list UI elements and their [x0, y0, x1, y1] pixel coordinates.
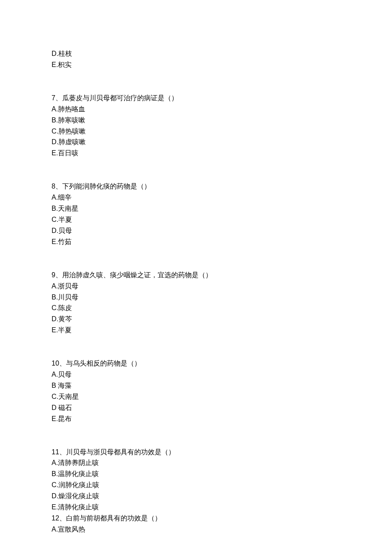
- question-stem: 9、用治肺虚久咳、痰少咽燥之证，宜选的药物是（）: [52, 270, 392, 281]
- option-label: E.: [52, 503, 58, 511]
- option-text: 润肺化痰止咳: [58, 481, 99, 488]
- option-line: A.宣散风热: [52, 524, 392, 535]
- option-line: D.贝母: [52, 225, 392, 236]
- option-line: B.肺寒咳嗽: [52, 115, 392, 126]
- option-line: A.细辛: [52, 192, 392, 203]
- option-text: 天南星: [58, 205, 78, 212]
- option-line: B.天南星: [52, 203, 392, 214]
- option-text: 清肺化痰止咳: [58, 503, 99, 511]
- option-text: 竹茹: [58, 238, 72, 245]
- option-text: 宣散风热: [58, 526, 85, 533]
- option-line: C.半夏: [52, 214, 392, 225]
- question-text: 川贝母与浙贝母都具有的功效是（）: [66, 448, 175, 456]
- option-label: A.: [52, 194, 58, 201]
- option-label: B.: [52, 293, 58, 301]
- option-label: A.: [52, 105, 58, 113]
- option-line: D.燥湿化痰止咳: [52, 491, 392, 502]
- option-label: B.: [52, 116, 58, 124]
- option-text: 肺虚咳嗽: [58, 138, 86, 145]
- option-label: D: [52, 404, 58, 411]
- spacer: [52, 159, 392, 181]
- option-label: B.: [52, 470, 58, 477]
- option-label: E.: [52, 238, 58, 245]
- option-text: 枳实: [58, 61, 72, 68]
- option-line: D.黄芩: [52, 314, 392, 325]
- question-number: 12、: [52, 514, 66, 522]
- document-page: D.桂枝 E.枳实 7、瓜蒌皮与川贝母都可治疗的病证是（） A.肺热咯血 B.肺…: [0, 0, 392, 535]
- option-line: D.肺虚咳嗽: [52, 137, 392, 148]
- option-label: A.: [52, 526, 58, 533]
- option-text: 天南星: [58, 393, 79, 400]
- question-text: 瓜蒌皮与川贝母都可治疗的病证是（）: [62, 94, 178, 102]
- option-text: 贝母: [58, 227, 72, 234]
- option-line: C.肺热咳嗽: [52, 126, 392, 137]
- option-text: 细辛: [58, 194, 72, 201]
- question-number: 7、: [52, 94, 62, 102]
- option-label: E.: [52, 326, 58, 334]
- question-number: 9、: [52, 271, 62, 279]
- option-line: E.竹茹: [52, 236, 392, 247]
- option-text: 海藻: [58, 382, 72, 389]
- question-stem: 12、白前与前胡都具有的功效是（）: [52, 513, 392, 524]
- option-label: C.: [52, 393, 58, 400]
- option-text: 川贝母: [58, 293, 78, 301]
- option-text: 黄芩: [58, 315, 72, 323]
- option-text: 肺热咳嗽: [58, 128, 86, 135]
- option-line: C.陈皮: [52, 302, 392, 314]
- option-line: E.昆布: [52, 413, 392, 424]
- spacer: [52, 70, 392, 93]
- option-label: E.: [52, 61, 58, 68]
- question-text: 与乌头相反的药物是（）: [66, 360, 141, 367]
- option-label: C.: [52, 304, 58, 311]
- question-stem: 7、瓜蒌皮与川贝母都可治疗的病证是（）: [52, 93, 392, 104]
- option-text: 半夏: [58, 216, 72, 223]
- option-label: B.: [52, 205, 58, 212]
- question-number: 8、: [52, 183, 62, 190]
- question-text: 下列能润肺化痰的药物是（）: [62, 183, 151, 190]
- option-text: 陈皮: [58, 304, 72, 311]
- spacer: [52, 336, 392, 358]
- option-line: A.肺热咯血: [52, 104, 392, 115]
- option-label: A.: [52, 282, 58, 290]
- option-label: D.: [52, 492, 58, 500]
- question-stem: 11、川贝母与浙贝母都具有的功效是（）: [52, 447, 392, 458]
- option-line: C.天南星: [52, 391, 392, 402]
- option-text: 百日咳: [58, 149, 78, 157]
- option-text: 磁石: [58, 404, 72, 411]
- option-text: 浙贝母: [58, 282, 78, 290]
- option-text: 贝母: [58, 371, 72, 378]
- option-text: 温肺化痰止咳: [58, 470, 99, 477]
- option-label: E.: [52, 149, 58, 157]
- spacer: [52, 247, 392, 270]
- option-line: B.川贝母: [52, 292, 392, 303]
- question-number: 10、: [52, 360, 66, 367]
- option-line: E.枳实: [52, 59, 392, 70]
- option-label: C.: [52, 128, 58, 135]
- question-stem: 8、下列能润肺化痰的药物是（）: [52, 181, 392, 192]
- option-line: B 海藻: [52, 380, 392, 391]
- option-label: A.: [52, 371, 58, 378]
- option-label: C.: [52, 481, 58, 488]
- option-text: 昆布: [58, 415, 72, 422]
- option-text: 肺寒咳嗽: [58, 116, 85, 124]
- option-line: D.桂枝: [52, 48, 392, 59]
- option-line: B.温肺化痰止咳: [52, 468, 392, 479]
- option-label: D.: [52, 138, 58, 145]
- option-line: D 磁石: [52, 402, 392, 413]
- option-line: E.清肺化痰止咳: [52, 502, 392, 513]
- option-text: 桂枝: [58, 50, 72, 57]
- option-line: A.清肺养阴止咳: [52, 457, 392, 468]
- option-line: E.百日咳: [52, 148, 392, 159]
- option-label: D.: [52, 227, 58, 234]
- question-stem: 10、与乌头相反的药物是（）: [52, 358, 392, 369]
- option-label: C.: [52, 216, 58, 223]
- option-text: 肺热咯血: [58, 105, 85, 113]
- question-number: 11、: [52, 448, 66, 456]
- option-label: A.: [52, 459, 58, 466]
- option-line: A.贝母: [52, 369, 392, 380]
- option-text: 清肺养阴止咳: [58, 459, 99, 466]
- spacer: [52, 424, 392, 447]
- option-line: C.润肺化痰止咳: [52, 479, 392, 491]
- option-text: 燥湿化痰止咳: [58, 492, 99, 500]
- option-label: D.: [52, 315, 58, 323]
